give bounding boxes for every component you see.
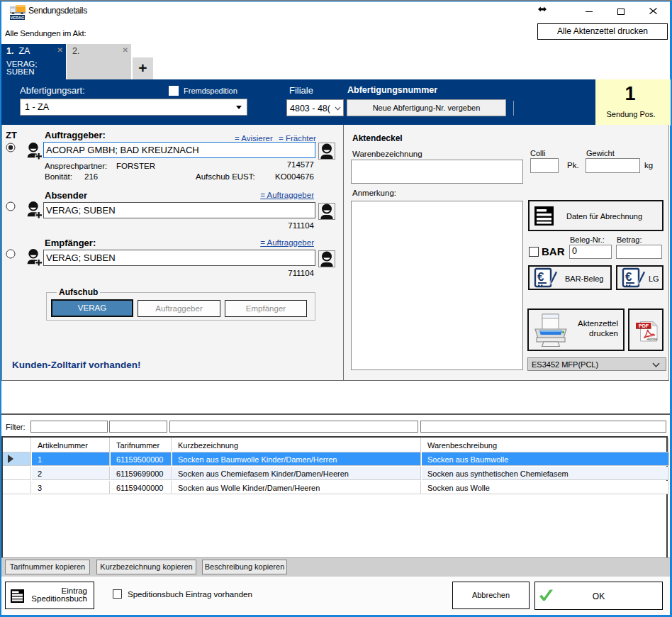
svg-text:PDF: PDF — [639, 323, 649, 328]
svg-text:€: € — [537, 270, 544, 284]
svg-text:VERAG: VERAG — [11, 16, 25, 20]
svg-text:Adobe: Adobe — [646, 337, 658, 341]
svg-text:€: € — [625, 270, 632, 284]
